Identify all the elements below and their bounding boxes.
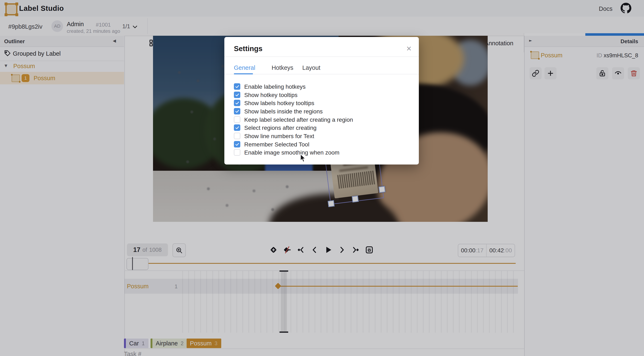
checkbox xyxy=(234,108,240,114)
settings-option-row[interactable]: Show labels hotkey tooltips xyxy=(234,99,410,108)
option-label: Show hotkey tooltips xyxy=(244,92,298,98)
tab-general[interactable]: General xyxy=(234,64,255,71)
checkbox xyxy=(234,92,240,98)
settings-option-row[interactable]: Show line numbers for Text xyxy=(234,132,410,141)
settings-option-row[interactable]: Show hotkey tooltips xyxy=(234,91,410,100)
checkbox xyxy=(234,116,240,123)
checkbox xyxy=(234,100,240,106)
label-studio-app: Label Studio Docs #9pb8Lgs2iv AD Admin #… xyxy=(0,0,644,356)
mouse-cursor xyxy=(300,154,307,163)
option-label: Show line numbers for Text xyxy=(244,133,314,140)
option-label: Select regions after creating xyxy=(244,125,316,131)
settings-modal: Settings × General Hotkeys Layout Enable… xyxy=(224,37,419,164)
checkbox xyxy=(234,133,240,139)
tab-layout[interactable]: Layout xyxy=(302,64,320,71)
settings-modal-title: Settings xyxy=(234,45,262,53)
settings-option-row[interactable]: Remember Selected Tool xyxy=(234,141,410,149)
settings-option-row[interactable]: Enable image smoothing when zoom xyxy=(234,149,410,157)
tab-hotkeys[interactable]: Hotkeys xyxy=(272,64,294,71)
divider xyxy=(224,57,419,57)
settings-option-row[interactable]: Enable labeling hotkeys xyxy=(234,83,410,91)
checkbox xyxy=(234,124,240,131)
checkbox xyxy=(234,83,240,90)
option-label: Enable image smoothing when zoom xyxy=(244,149,340,156)
option-label: Show labels inside the regions xyxy=(244,108,322,115)
checkbox xyxy=(234,141,240,147)
option-label: Show labels hotkey tooltips xyxy=(244,100,314,107)
settings-option-row[interactable]: Keep label selected after creating a reg… xyxy=(234,116,410,124)
close-icon[interactable]: × xyxy=(406,44,412,54)
divider xyxy=(224,74,419,74)
option-label: Enable labeling hotkeys xyxy=(244,84,306,90)
settings-option-row[interactable]: Select regions after creating xyxy=(234,124,410,132)
active-tab-underline xyxy=(234,73,253,74)
settings-option-row[interactable]: Show labels inside the regions xyxy=(234,108,410,116)
option-label: Remember Selected Tool xyxy=(244,141,309,148)
checkbox xyxy=(234,149,240,155)
option-label: Keep label selected after creating a reg… xyxy=(244,116,353,123)
